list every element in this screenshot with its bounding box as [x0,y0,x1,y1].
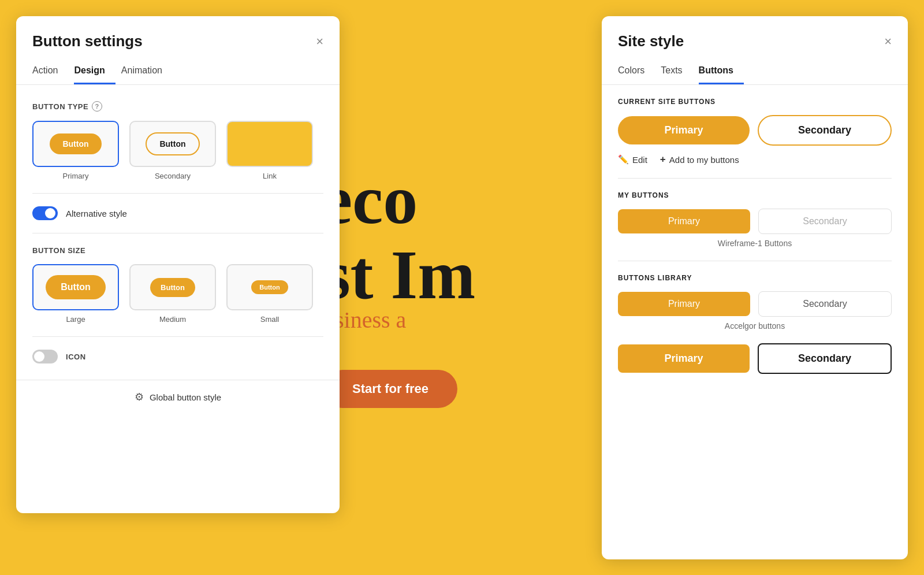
tab-design[interactable]: Design [74,61,115,84]
left-panel-body: BUTTON TYPE ? Button Primary Button Seco… [16,85,340,380]
button-size-large-card: Button Large [32,264,119,324]
lib2-buttons-row: Primary Secondary [618,343,892,374]
my-secondary-button[interactable]: Secondary [758,209,892,234]
global-button-style-footer[interactable]: ⚙ Global button style [16,380,340,414]
right-panel-header: Site style × [602,16,908,50]
accelgor-set-label: Accelgor buttons [618,321,892,331]
lib2-secondary-button[interactable]: Secondary [758,343,892,374]
button-type-label: BUTTON TYPE ? [32,101,323,112]
button-type-link-card: Link [226,121,313,180]
site-style-panel: Site style × Colors Texts Buttons CURREN… [602,16,908,559]
tab-texts[interactable]: Texts [661,61,692,84]
divider-right-1 [618,178,892,179]
alternative-style-toggle[interactable] [32,206,58,220]
button-settings-panel: Button settings × Action Design Animatio… [16,16,340,513]
button-type-secondary-label: Secondary [155,172,191,180]
left-panel-header: Button settings × [16,16,340,50]
button-type-primary-card: Button Primary [32,121,119,180]
button-size-label: BUTTON SIZE [32,246,323,255]
current-site-buttons-heading: CURRENT SITE BUTTONS [618,98,892,106]
button-preview-large: Button [46,275,106,299]
button-size-small-card: Button Small [226,264,313,324]
button-type-primary-box[interactable]: Button [32,121,119,167]
right-panel-tabs: Colors Texts Buttons [602,50,908,85]
my-buttons-heading: MY BUTTONS [618,191,892,199]
icon-toggle[interactable] [32,350,58,363]
left-panel-title: Button settings [32,32,143,50]
current-secondary-button[interactable]: Secondary [758,115,892,146]
left-panel-close-button[interactable]: × [316,35,323,48]
button-preview-medium: Button [150,278,195,297]
button-type-secondary-card: Button Secondary [129,121,216,180]
tab-buttons[interactable]: Buttons [699,61,744,84]
gear-icon: ⚙ [135,391,144,403]
button-preview-secondary: Button [146,132,199,155]
add-to-my-buttons-button[interactable]: + Add to my buttons [660,154,739,165]
button-size-medium-label: Medium [159,315,186,324]
icon-label: ICON [66,353,86,361]
pencil-icon: ✏️ [618,154,629,165]
edit-add-row: ✏️ Edit + Add to my buttons [618,154,892,165]
edit-button[interactable]: ✏️ Edit [618,154,647,165]
button-type-link-label: Link [263,172,277,180]
button-type-help-icon[interactable]: ? [92,101,102,112]
divider-1 [32,193,323,194]
right-panel-body: CURRENT SITE BUTTONS Primary Secondary ✏… [602,98,908,390]
divider-right-2 [618,261,892,261]
wireframe-set-label: Wireframe-1 Buttons [618,239,892,248]
plus-icon: + [660,154,666,165]
bg-start-button[interactable]: Start for free [323,370,457,408]
alternative-style-label: Alternative style [66,209,127,218]
button-size-large-box[interactable]: Button [32,264,119,310]
lib-buttons-row: Primary Secondary [618,291,892,317]
current-site-buttons-row: Primary Secondary [618,115,892,146]
tab-colors[interactable]: Colors [618,61,655,84]
global-button-style-label: Global button style [150,392,221,402]
right-panel-close-button[interactable]: × [884,35,892,48]
button-type-secondary-box[interactable]: Button [129,121,216,167]
my-buttons-row: Primary Secondary [618,209,892,234]
icon-row: ICON [32,350,323,363]
lib-secondary-button[interactable]: Secondary [758,291,892,317]
buttons-library-heading: BUTTONS LIBRARY [618,274,892,282]
edit-label: Edit [632,155,647,165]
button-preview-primary: Button [50,133,101,154]
current-primary-button[interactable]: Primary [618,116,750,144]
my-primary-button[interactable]: Primary [618,209,750,233]
button-size-small-box[interactable]: Button [226,264,313,310]
tab-animation[interactable]: Animation [121,61,173,84]
button-type-row: Button Primary Button Secondary Link [32,121,323,180]
add-label: Add to my buttons [669,155,739,165]
button-type-link-box[interactable] [226,121,313,167]
button-size-small-label: Small [260,315,280,324]
button-size-medium-card: Button Medium [129,264,216,324]
alternative-style-row: Alternative style [32,206,323,220]
button-size-row: Button Large Button Medium Button Small [32,264,323,324]
button-type-primary-label: Primary [63,172,89,180]
button-size-large-label: Large [66,315,85,324]
lib-primary-button[interactable]: Primary [618,292,750,316]
lib2-primary-button[interactable]: Primary [618,344,750,373]
divider-3 [32,336,323,337]
left-panel-tabs: Action Design Animation [16,50,340,85]
button-preview-small: Button [251,280,288,294]
button-size-medium-box[interactable]: Button [129,264,216,310]
right-panel-title: Site style [618,32,684,50]
tab-action[interactable]: Action [32,61,68,84]
divider-2 [32,233,323,233]
